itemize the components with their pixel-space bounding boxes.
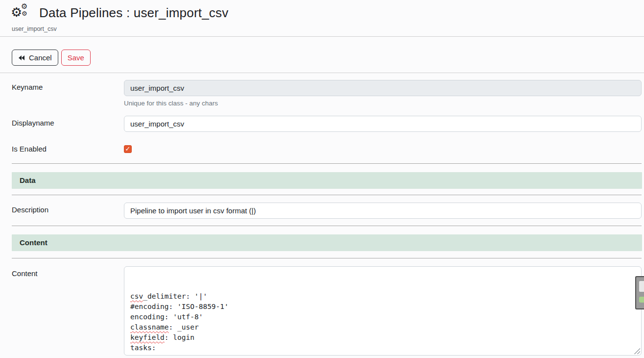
divider xyxy=(12,226,642,226)
is-enabled-row: Is Enabled ✓ xyxy=(0,145,644,153)
keyname-label: Keyname xyxy=(12,80,124,107)
extension-glyph-icon xyxy=(639,281,644,292)
rewind-icon xyxy=(18,55,25,61)
extension-dot-icon xyxy=(639,297,644,303)
content-line: - field_lower: ['', email, login] xyxy=(130,353,635,356)
displayname-row: Displayname xyxy=(0,116,644,132)
content-line: keyfield: login xyxy=(130,332,635,343)
description-row: Description xyxy=(0,203,644,219)
is-enabled-label: Is Enabled xyxy=(12,145,124,153)
divider xyxy=(12,258,642,258)
save-button[interactable]: Save xyxy=(61,50,91,66)
content-line: csv_delimiter: '|' xyxy=(130,291,635,302)
gears-icon: ⚙ ⚙ ⚙ xyxy=(12,5,29,21)
page: ⚙ ⚙ ⚙ Data Pipelines : user_import_csv u… xyxy=(0,0,644,358)
extension-overlay-button[interactable] xyxy=(635,276,644,309)
save-button-label: Save xyxy=(68,53,84,62)
content-line: classname: _user xyxy=(130,322,635,332)
content-line: encoding: 'utf-8' xyxy=(130,312,635,322)
toolbar: Cancel Save xyxy=(0,37,644,73)
page-title: Data Pipelines : user_import_csv xyxy=(39,5,228,21)
keyname-input[interactable] xyxy=(124,80,642,96)
keyname-row: Keyname Unique for this class - any char… xyxy=(0,80,644,107)
cancel-button-label: Cancel xyxy=(29,53,52,62)
content-line: tasks: xyxy=(130,343,635,353)
page-header: ⚙ ⚙ ⚙ Data Pipelines : user_import_csv u… xyxy=(0,0,644,37)
content-label: Content xyxy=(12,266,124,356)
divider xyxy=(12,163,642,164)
description-input[interactable] xyxy=(124,203,642,219)
content-line: #encoding: 'ISO-8859-1' xyxy=(130,302,635,312)
keyname-help-text: Unique for this class - any chars xyxy=(124,100,642,107)
content-row: Content csv_delimiter: '|'#encoding: 'IS… xyxy=(0,266,644,356)
checkmark-icon: ✓ xyxy=(125,146,131,152)
page-subtitle: user_import_csv xyxy=(12,26,632,32)
displayname-label: Displayname xyxy=(12,116,124,132)
displayname-input[interactable] xyxy=(124,116,642,132)
section-header-content: Content xyxy=(12,234,642,251)
section-header-data: Data xyxy=(12,172,642,189)
cancel-button[interactable]: Cancel xyxy=(12,50,58,66)
is-enabled-checkbox[interactable]: ✓ xyxy=(124,145,132,153)
divider xyxy=(12,195,642,195)
content-editor[interactable]: csv_delimiter: '|'#encoding: 'ISO-8859-1… xyxy=(124,266,642,356)
description-label: Description xyxy=(12,203,124,219)
